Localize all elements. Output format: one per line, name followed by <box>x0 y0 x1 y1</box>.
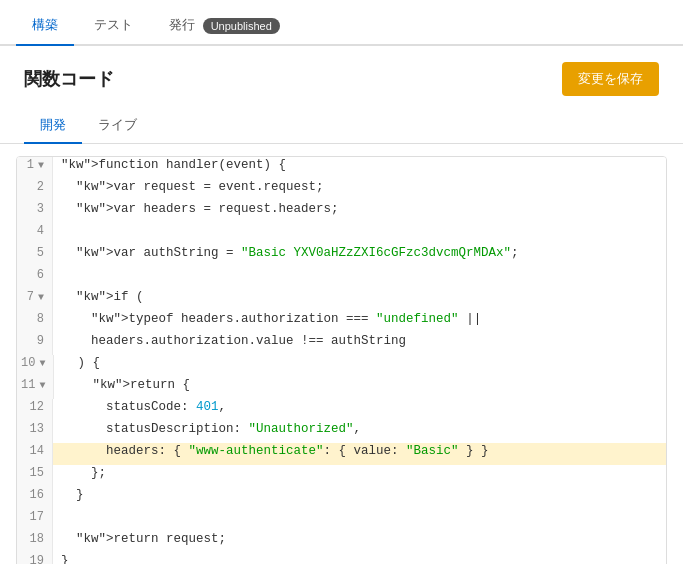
line-number: 15 <box>17 465 53 487</box>
line-number: 3 <box>17 201 53 223</box>
line-content <box>53 509 666 531</box>
line-content: "kw">typeof headers.authorization === "u… <box>53 311 666 333</box>
code-line: 12 statusCode: 401, <box>17 399 666 421</box>
code-line: 17 <box>17 509 666 531</box>
page-header: 関数コード 変更を保存 <box>0 46 683 108</box>
line-number: 1▼ <box>17 157 53 179</box>
code-line: 8 "kw">typeof headers.authorization === … <box>17 311 666 333</box>
line-number: 17 <box>17 509 53 531</box>
line-content: headers.authorization.value !== authStri… <box>53 333 666 355</box>
line-content: } <box>53 487 666 509</box>
line-content: statusCode: 401, <box>53 399 666 421</box>
line-number: 16 <box>17 487 53 509</box>
top-nav: 構築 テスト 発行 Unpublished <box>0 0 683 46</box>
line-content: "kw">if ( <box>53 289 666 311</box>
line-number: 2 <box>17 179 53 201</box>
code-line: 6 <box>17 267 666 289</box>
tab-build[interactable]: 構築 <box>16 6 74 46</box>
code-line: 18 "kw">return request; <box>17 531 666 553</box>
code-line: 11▼ "kw">return { <box>17 377 666 399</box>
line-content: "kw">return { <box>54 377 666 399</box>
line-number: 7▼ <box>17 289 53 311</box>
unpublished-badge: Unpublished <box>203 18 280 34</box>
tab-deploy[interactable]: 発行 Unpublished <box>153 6 296 46</box>
code-line: 9 headers.authorization.value !== authSt… <box>17 333 666 355</box>
subtab-live[interactable]: ライブ <box>82 108 153 144</box>
line-content: "kw">function handler(event) { <box>53 157 666 179</box>
line-content: "kw">var authString = "Basic YXV0aHZzZXI… <box>53 245 666 267</box>
line-content: "kw">var headers = request.headers; <box>53 201 666 223</box>
page-title: 関数コード <box>24 67 114 91</box>
line-number: 4 <box>17 223 53 245</box>
line-content: "kw">return request; <box>53 531 666 553</box>
code-editor[interactable]: 1▼"kw">function handler(event) {2 "kw">v… <box>16 156 667 564</box>
line-content <box>53 223 666 245</box>
code-line: 10▼ ) { <box>17 355 666 377</box>
line-content: headers: { "www-authenticate": { value: … <box>53 443 666 465</box>
line-number: 12 <box>17 399 53 421</box>
line-number: 6 <box>17 267 53 289</box>
code-lines: 1▼"kw">function handler(event) {2 "kw">v… <box>17 157 666 564</box>
line-content: statusDescription: "Unauthorized", <box>53 421 666 443</box>
code-line: 1▼"kw">function handler(event) { <box>17 157 666 179</box>
line-number: 18 <box>17 531 53 553</box>
line-number: 14 <box>17 443 53 465</box>
code-line: 14 headers: { "www-authenticate": { valu… <box>17 443 666 465</box>
code-line: 5 "kw">var authString = "Basic YXV0aHZzZ… <box>17 245 666 267</box>
code-line: 16 } <box>17 487 666 509</box>
code-line: 13 statusDescription: "Unauthorized", <box>17 421 666 443</box>
line-number: 11▼ <box>17 377 54 399</box>
code-line: 19} <box>17 553 666 564</box>
line-number: 10▼ <box>17 355 54 377</box>
line-content: } <box>53 553 666 564</box>
line-number: 9 <box>17 333 53 355</box>
sub-tabs: 開発 ライブ <box>0 108 683 144</box>
line-content <box>53 267 666 289</box>
subtab-dev[interactable]: 開発 <box>24 108 82 144</box>
code-line: 4 <box>17 223 666 245</box>
save-button[interactable]: 変更を保存 <box>562 62 659 96</box>
code-line: 15 }; <box>17 465 666 487</box>
line-number: 8 <box>17 311 53 333</box>
line-number: 5 <box>17 245 53 267</box>
code-line: 7▼ "kw">if ( <box>17 289 666 311</box>
line-number: 13 <box>17 421 53 443</box>
line-number: 19 <box>17 553 53 564</box>
code-line: 3 "kw">var headers = request.headers; <box>17 201 666 223</box>
line-content: "kw">var request = event.request; <box>53 179 666 201</box>
code-line: 2 "kw">var request = event.request; <box>17 179 666 201</box>
line-content: ) { <box>54 355 666 377</box>
line-content: }; <box>53 465 666 487</box>
tab-test[interactable]: テスト <box>78 6 149 46</box>
